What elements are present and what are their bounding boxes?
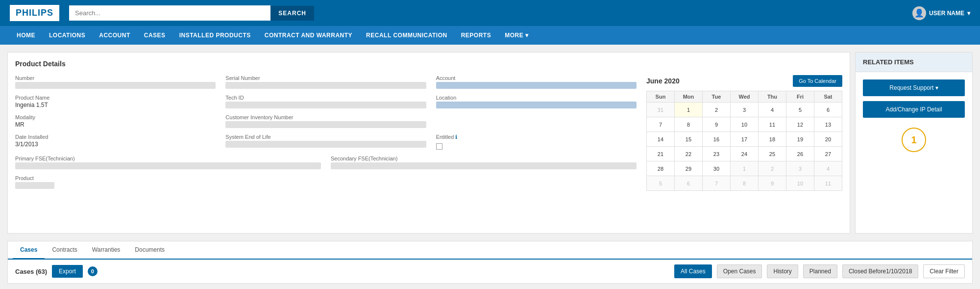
calendar-day-cell[interactable]: 16 — [702, 132, 730, 147]
tab-cases[interactable]: Cases — [13, 241, 45, 260]
calendar-day-cell[interactable]: 13 — [814, 117, 842, 132]
calendar-day-cell[interactable]: 9 — [758, 176, 786, 191]
calendar-day-cell[interactable]: 8 — [730, 176, 758, 191]
nav-cases[interactable]: CASES — [137, 26, 172, 45]
calendar-day-cell[interactable]: 18 — [758, 132, 786, 147]
nav-locations[interactable]: LOCATIONS — [42, 26, 92, 45]
tab-documents[interactable]: Documents — [127, 241, 172, 260]
export-button[interactable]: Export — [52, 265, 83, 278]
calendar-day-cell[interactable]: 10 — [786, 176, 814, 191]
calendar-day-cell[interactable]: 6 — [674, 176, 702, 191]
calendar-day-cell[interactable]: 4 — [814, 161, 842, 176]
planned-filter-button[interactable]: Planned — [803, 264, 837, 278]
field-location: Location — [436, 95, 637, 108]
search-button[interactable]: SEARCH — [270, 6, 314, 21]
nav-reports[interactable]: REPORTS — [454, 26, 498, 45]
nav-account[interactable]: ACCOUNT — [92, 26, 137, 45]
field-location-label: Location — [436, 95, 637, 101]
field-product: Product — [15, 175, 637, 189]
open-cases-filter-button[interactable]: Open Cases — [717, 264, 762, 278]
search-input[interactable] — [69, 5, 270, 21]
calendar-day-cell[interactable]: 3 — [786, 161, 814, 176]
calendar-day-cell[interactable]: 10 — [730, 117, 758, 132]
nav-bar: HOME LOCATIONS ACCOUNT CASES INSTALLED P… — [0, 26, 980, 45]
calendar-day-cell[interactable]: 14 — [647, 132, 675, 147]
calendar-day-cell[interactable]: 4 — [758, 103, 786, 117]
history-filter-button[interactable]: History — [767, 264, 798, 278]
calendar-day-cell[interactable]: 17 — [730, 132, 758, 147]
calendar-day-cell[interactable]: 25 — [758, 147, 786, 161]
calendar-day-cell[interactable]: 1 — [674, 103, 702, 117]
nav-recall-communication[interactable]: RECALL COMMUNICATION — [359, 26, 454, 45]
calendar-day-cell[interactable]: 21 — [647, 147, 675, 161]
entitled-checkbox[interactable] — [436, 143, 442, 150]
calendar-day-cell[interactable]: 31 — [647, 103, 675, 117]
field-tech-id-value — [225, 102, 426, 108]
calendar-day-cell[interactable]: 2 — [758, 161, 786, 176]
calendar-day-cell[interactable]: 3 — [730, 103, 758, 117]
calendar-day-cell[interactable]: 11 — [758, 117, 786, 132]
calendar-day-cell[interactable]: 15 — [674, 132, 702, 147]
calendar-day-wed: Wed — [730, 91, 758, 103]
nav-more[interactable]: MORE — [498, 26, 535, 45]
calendar-day-cell[interactable]: 7 — [647, 117, 675, 132]
field-location-value — [436, 102, 637, 108]
bottom-section: Cases Contracts Warranties Documents Cas… — [7, 241, 973, 284]
calendar-day-cell[interactable]: 30 — [702, 161, 730, 176]
calendar-day-cell[interactable]: 19 — [786, 132, 814, 147]
clear-filter-button[interactable]: Clear Filter — [923, 264, 965, 278]
entitled-info-icon: ℹ — [455, 134, 457, 140]
calendar-day-cell[interactable]: 9 — [702, 117, 730, 132]
calendar-week-row: 31123456 — [647, 103, 842, 117]
field-modality-label: Modality — [15, 114, 216, 120]
calendar-section: June 2020 Go To Calendar Sun Mon Tue Wed… — [646, 75, 842, 193]
calendar-day-cell[interactable]: 20 — [814, 132, 842, 147]
calendar-day-cell[interactable]: 2 — [702, 103, 730, 117]
calendar-day-cell[interactable]: 12 — [786, 117, 814, 132]
field-product-value — [15, 182, 54, 189]
nav-contract-warranty[interactable]: CONTRACT AND WARRANTY — [258, 26, 359, 45]
field-product-name: Product Name Ingenia 1.5T — [15, 95, 216, 108]
field-secondary-fse-label: Secondary FSE(Technician) — [331, 156, 637, 161]
field-account-label: Account — [436, 75, 637, 81]
calendar-day-cell[interactable]: 23 — [702, 147, 730, 161]
tab-contracts[interactable]: Contracts — [45, 241, 84, 260]
all-cases-filter-button[interactable]: All Cases — [674, 264, 712, 278]
field-entitled: Entitled ℹ — [436, 134, 637, 150]
calendar-day-cell[interactable]: 28 — [647, 161, 675, 176]
calendar-day-cell[interactable]: 27 — [814, 147, 842, 161]
calendar-day-cell[interactable]: 7 — [702, 176, 730, 191]
closed-before-filter-button[interactable]: Closed Before1/10/2018 — [842, 264, 918, 278]
field-product-label: Product — [15, 175, 637, 181]
calendar-day-cell[interactable]: 1 — [730, 161, 758, 176]
calendar-day-cell[interactable]: 11 — [814, 176, 842, 191]
calendar-day-cell[interactable]: 24 — [730, 147, 758, 161]
field-primary-fse-value — [15, 162, 321, 169]
go-to-calendar-button[interactable]: Go To Calendar — [793, 75, 842, 87]
field-serial-value — [225, 82, 426, 89]
calendar-day-cell[interactable]: 6 — [814, 103, 842, 117]
add-change-ip-button[interactable]: Add/Change IP Detail — [863, 101, 965, 118]
field-product-name-label: Product Name — [15, 95, 216, 101]
calendar-week-row: 2829301234 — [647, 161, 842, 176]
field-secondary-fse-value — [331, 162, 637, 169]
tab-warranties[interactable]: Warranties — [85, 241, 128, 260]
field-empty — [436, 114, 637, 128]
calendar-week-row: 78910111213 — [647, 117, 842, 132]
calendar-day-cell[interactable]: 8 — [674, 117, 702, 132]
request-support-button[interactable]: Request Support ▾ — [863, 79, 965, 96]
nav-installed-products[interactable]: INSTALLED PRODUCTS — [172, 26, 258, 45]
search-bar: SEARCH — [69, 5, 314, 21]
calendar-day-mon: Mon — [674, 91, 702, 103]
product-details-panel: Product Details Number Serial Number Acc… — [7, 52, 850, 234]
calendar-day-cell[interactable]: 5 — [786, 103, 814, 117]
user-menu[interactable]: 👤 USER NAME ▾ — [912, 6, 970, 20]
calendar-day-cell[interactable]: 5 — [647, 176, 675, 191]
main-content: Product Details Number Serial Number Acc… — [0, 45, 980, 241]
calendar-week-row: 14151617181920 — [647, 132, 842, 147]
nav-home[interactable]: HOME — [10, 26, 42, 45]
calendar-day-cell[interactable]: 26 — [786, 147, 814, 161]
calendar-day-cell[interactable]: 22 — [674, 147, 702, 161]
calendar-day-cell[interactable]: 29 — [674, 161, 702, 176]
product-fields: Number Serial Number Account Pro — [15, 75, 637, 193]
